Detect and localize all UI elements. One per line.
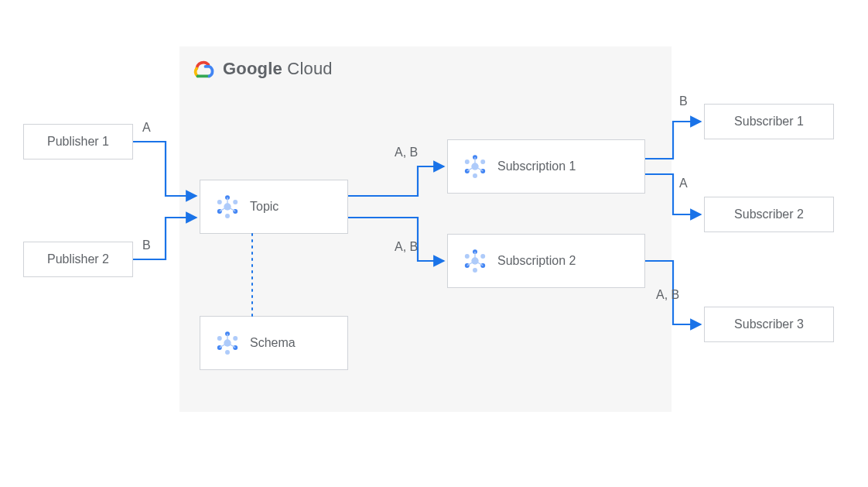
svg-point-36 <box>465 254 470 259</box>
svg-point-26 <box>465 159 470 164</box>
schema-label: Schema <box>250 336 296 350</box>
publisher-2-label: Publisher 2 <box>47 252 109 266</box>
subscriber-1-box: Subscriber 1 <box>704 104 834 139</box>
svg-point-22 <box>480 159 485 164</box>
schema-box: Schema <box>200 316 348 370</box>
svg-point-15 <box>217 345 222 350</box>
svg-point-12 <box>233 336 238 341</box>
svg-point-13 <box>233 345 238 350</box>
svg-point-6 <box>217 200 222 204</box>
subscriber-1-label: Subscriber 1 <box>734 115 804 129</box>
subscriber-3-box: Subscriber 3 <box>704 307 834 342</box>
pubsub-icon <box>462 153 488 180</box>
edge-label-sub1-subr1: B <box>679 94 688 108</box>
diagram-canvas: Google Cloud Publisher 1 Publisher 2 Top… <box>0 0 868 487</box>
pubsub-icon <box>462 248 488 274</box>
topic-label: Topic <box>250 200 279 214</box>
subscriber-3-label: Subscriber 3 <box>734 317 804 331</box>
edge-label-pub2: B <box>142 238 151 252</box>
subscription-1-label: Subscription 1 <box>497 159 576 173</box>
publisher-1-box: Publisher 1 <box>23 124 133 159</box>
svg-point-32 <box>480 254 485 259</box>
svg-point-5 <box>217 209 222 214</box>
pubsub-icon <box>214 194 241 220</box>
google-cloud-icon <box>192 60 215 78</box>
subscription-2-label: Subscription 2 <box>497 254 576 268</box>
subscriber-2-label: Subscriber 2 <box>734 207 804 221</box>
subscription-1-box: Subscription 1 <box>447 139 645 194</box>
svg-point-4 <box>225 214 230 218</box>
publisher-1-label: Publisher 1 <box>47 135 109 149</box>
edge-label-topic-sub2: A, B <box>395 240 418 254</box>
svg-point-2 <box>233 200 238 204</box>
edge-label-sub1-subr2: A <box>679 177 688 190</box>
edge-label-topic-sub1: A, B <box>395 146 418 159</box>
header-text: Google Cloud <box>223 59 333 79</box>
google-cloud-header: Google Cloud <box>192 59 333 79</box>
subscription-2-box: Subscription 2 <box>447 234 645 288</box>
svg-point-16 <box>217 336 222 341</box>
svg-point-3 <box>233 209 238 214</box>
edge-label-sub2-subr3: A, B <box>656 288 679 302</box>
pubsub-icon <box>214 330 241 356</box>
svg-point-34 <box>473 268 477 273</box>
publisher-2-box: Publisher 2 <box>23 242 133 277</box>
edge-label-pub1: A <box>142 121 151 135</box>
svg-point-24 <box>473 173 477 178</box>
subscriber-2-box: Subscriber 2 <box>704 197 834 232</box>
topic-box: Topic <box>200 180 348 234</box>
svg-point-14 <box>225 350 230 355</box>
